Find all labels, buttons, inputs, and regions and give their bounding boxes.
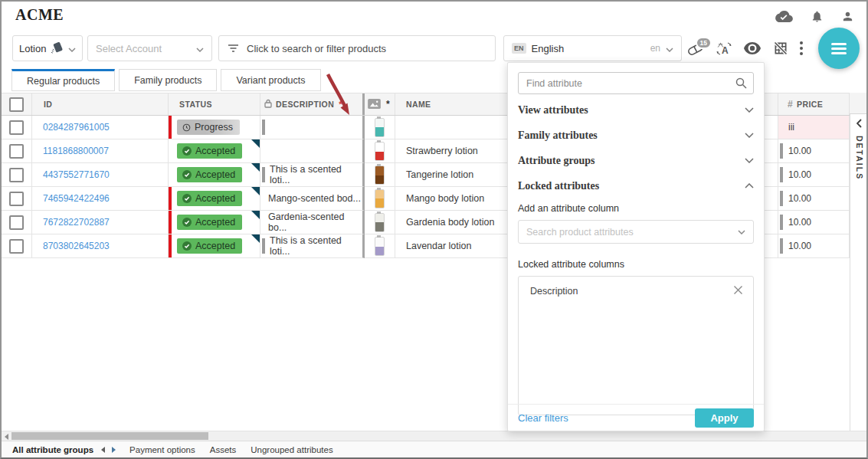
status-cell: Accepted — [169, 234, 260, 258]
required-asterisk: * — [386, 99, 390, 110]
row-select-cell — [2, 234, 32, 258]
description-cell[interactable] — [260, 139, 365, 163]
clear-filters-link[interactable]: Clear filters — [518, 412, 568, 424]
check-circle-icon — [182, 194, 192, 203]
attribute-section-toggle[interactable]: View attributes — [518, 97, 754, 123]
language-select[interactable]: EN English en — [503, 35, 682, 61]
search-icon — [735, 77, 747, 92]
attribute-group-tab[interactable]: Assets — [210, 445, 237, 454]
row-select-cell — [2, 116, 32, 139]
column-header-image[interactable]: * — [365, 93, 395, 115]
price-cell[interactable]: 10.00 — [778, 139, 850, 163]
attribute-group-list: Payment optionsAssetsUngrouped attribute… — [129, 445, 348, 454]
row-select-cell — [2, 187, 32, 211]
scroll-left-arrow-icon[interactable] — [5, 434, 8, 440]
check-circle-icon — [182, 218, 192, 227]
add-column-label: Add an attribute column — [518, 203, 754, 214]
status-badge: Accepted — [177, 167, 242, 182]
select-all-checkbox[interactable] — [9, 97, 24, 112]
status-badge: Accepted — [177, 238, 242, 254]
row-checkbox[interactable] — [9, 239, 24, 254]
image-cell[interactable] — [365, 234, 395, 258]
attribute-section-toggle[interactable]: Family attributes — [518, 123, 754, 148]
close-icon[interactable] — [733, 285, 743, 297]
details-panel-toggle[interactable]: DETAILS — [850, 114, 868, 431]
column-header-price[interactable]: # PRICE — [778, 93, 850, 115]
check-circle-icon — [182, 170, 192, 179]
price-cell[interactable]: iii — [778, 116, 850, 139]
catalog-icon — [50, 41, 64, 57]
row-checkbox[interactable] — [9, 168, 24, 182]
add-attribute-placeholder: Search product attributes — [526, 227, 634, 238]
translate-icon[interactable]: A — [716, 41, 732, 56]
pill-validation-icon[interactable]: 15 — [686, 42, 705, 55]
active-attribute-group[interactable]: All attribute groups — [12, 445, 93, 454]
chevron-down-icon — [68, 43, 76, 54]
main-menu-fab[interactable] — [818, 28, 860, 69]
account-select-placeholder: Select Account — [96, 43, 162, 54]
product-tab[interactable]: Family products — [119, 69, 217, 91]
product-id-link[interactable]: 7465942422496 — [43, 193, 110, 204]
apply-button[interactable]: Apply — [695, 408, 754, 428]
kebab-menu-icon[interactable] — [800, 41, 803, 55]
price-cell[interactable]: 10.00 — [778, 211, 850, 234]
status-cell: Accepted — [169, 163, 260, 187]
image-cell[interactable] — [365, 163, 395, 187]
price-cell[interactable]: 10.00 — [778, 187, 850, 211]
user-account-icon[interactable] — [841, 10, 854, 23]
scrollbar-thumb[interactable] — [11, 432, 208, 440]
chevron-up-icon — [745, 183, 754, 189]
locked-columns-label: Locked attribute columns — [518, 259, 754, 270]
details-panel-label: DETAILS — [855, 136, 864, 180]
group-prev-icon[interactable] — [101, 447, 105, 453]
grid-off-icon[interactable] — [773, 41, 788, 56]
description-cell[interactable]: This is a scented loti... — [260, 234, 365, 258]
product-id-link[interactable]: 1181868800007 — [43, 146, 109, 156]
product-id-link[interactable]: 4437552771670 — [43, 169, 110, 180]
group-next-icon[interactable] — [112, 447, 116, 453]
description-cell[interactable]: This is a scented loti... — [260, 163, 365, 187]
account-select[interactable]: Select Account — [87, 35, 212, 61]
column-header-description[interactable]: DESCRIPTION * — [260, 93, 365, 115]
row-checkbox[interactable] — [9, 192, 24, 206]
find-attribute-input[interactable] — [518, 72, 754, 94]
cloud-sync-done-icon[interactable] — [775, 10, 793, 24]
image-cell[interactable] — [365, 116, 395, 139]
attribute-section-toggle[interactable]: Attribute groups — [518, 148, 754, 173]
product-search-input[interactable] — [219, 36, 495, 61]
add-attribute-select[interactable]: Search product attributes — [518, 220, 754, 244]
attribute-panel: View attributes Family attributes Attrib… — [507, 62, 765, 431]
image-cell[interactable] — [365, 139, 395, 163]
row-checkbox[interactable] — [9, 144, 24, 159]
row-checkbox[interactable] — [9, 120, 24, 135]
check-circle-icon — [182, 241, 192, 251]
description-cell[interactable] — [260, 116, 365, 139]
row-checkbox[interactable] — [9, 215, 24, 230]
price-cell[interactable]: 10.00 — [778, 234, 850, 258]
description-cell[interactable]: Mango-scented bod... — [260, 187, 365, 211]
horizontal-scrollbar[interactable] — [2, 431, 866, 441]
section-label: Family attributes — [518, 130, 598, 142]
product-id-link[interactable]: 8703802645203 — [43, 241, 110, 251]
column-header-id[interactable]: ID — [32, 93, 169, 115]
attribute-group-tab[interactable]: Payment options — [129, 445, 195, 454]
language-code: en — [650, 43, 660, 54]
attribute-section-toggle[interactable]: Locked attributes — [518, 173, 754, 198]
preview-eye-icon[interactable] — [743, 42, 762, 54]
notifications-bell-icon[interactable] — [811, 9, 824, 24]
product-id-link[interactable]: 7672822702887 — [43, 217, 110, 228]
app-window: ACME Lotion Select Account EN — [0, 0, 868, 459]
image-cell[interactable] — [365, 211, 395, 234]
image-cell[interactable] — [365, 187, 395, 211]
check-circle-icon — [182, 146, 192, 156]
product-tab[interactable]: Variant products — [221, 69, 320, 91]
column-header-status[interactable]: STATUS — [169, 93, 260, 115]
product-image — [375, 142, 385, 161]
lock-icon — [264, 99, 272, 110]
product-tab[interactable]: Regular products — [11, 69, 115, 91]
attribute-group-tab[interactable]: Ungrouped attributes — [251, 445, 332, 454]
price-cell[interactable]: 10.00 — [778, 163, 850, 187]
product-id-link[interactable]: 0284287961005 — [43, 122, 110, 133]
catalog-dropdown[interactable]: Lotion — [12, 35, 83, 61]
description-cell[interactable]: Gardenia-scented bo... — [260, 211, 365, 234]
